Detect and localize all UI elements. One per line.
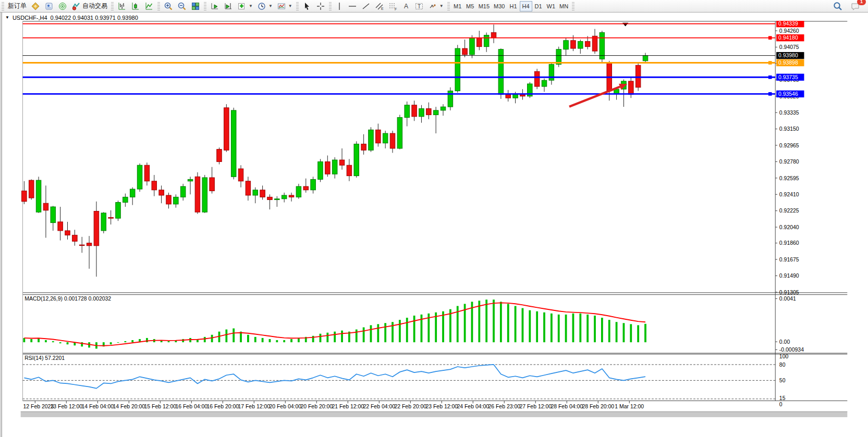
data-window-icon [44, 2, 54, 11]
zoom-in-button[interactable] [162, 1, 175, 12]
chart-ohlc-values: 0.94022 0.94031 0.93971 0.93980 [51, 15, 138, 21]
top-toolbar: 新订单 自动交易 [0, 0, 868, 13]
macd-panel[interactable]: MACD(12,26,9) 0.001728 0.0020320.00410.0… [23, 296, 804, 353]
toolbar-grip[interactable] [111, 2, 114, 10]
vertical-line-button[interactable] [333, 1, 346, 12]
new-order-label: 新订单 [8, 2, 27, 10]
hline-handle[interactable] [768, 36, 772, 40]
svg-text:0.91490: 0.91490 [779, 273, 799, 279]
timeframe-M5[interactable]: M5 [464, 1, 476, 11]
toolbar-grip[interactable] [2, 2, 4, 10]
candlestick-type-button[interactable] [129, 1, 142, 12]
timeframe-MN[interactable]: MN [557, 1, 570, 11]
svg-text:0.92225: 0.92225 [779, 208, 799, 214]
svg-text:80: 80 [779, 362, 786, 368]
tile-windows-icon [191, 2, 200, 11]
chart-shift-button[interactable] [222, 1, 235, 12]
svg-text:27 Feb 12:00: 27 Feb 12:00 [519, 404, 552, 409]
svg-text:0.0041: 0.0041 [779, 296, 796, 302]
time-axis[interactable]: 12 Feb 202313 Feb 12:0014 Feb 04:0014 Fe… [23, 401, 644, 409]
crosshair-icon [316, 2, 325, 11]
radar-signal-icon [58, 2, 67, 11]
timeframe-H4[interactable]: H4 [520, 1, 532, 11]
cursor-arrow-icon [302, 2, 312, 11]
svg-text:16 Feb 04:00: 16 Feb 04:00 [175, 404, 207, 409]
hline-handle[interactable] [768, 76, 772, 79]
chevron-down-icon: ▼ [288, 4, 292, 8]
timeframe-M30[interactable]: M30 [492, 1, 507, 11]
signals-button[interactable] [56, 1, 69, 12]
hline-handle[interactable] [768, 61, 772, 65]
text-label-button[interactable]: T [412, 1, 426, 12]
chart-title-bar[interactable]: ▼ USDCHF-,H4 0.94022 0.94031 0.93971 0.9… [5, 14, 138, 21]
trendline-button[interactable] [359, 1, 373, 12]
svg-text:14 Feb 20:00: 14 Feb 20:00 [113, 404, 145, 409]
search-button[interactable] [830, 1, 845, 12]
charts-cascade-button[interactable] [29, 1, 42, 12]
chat-notifications-button[interactable]: 1 [848, 1, 863, 12]
timeframe-M15[interactable]: M15 [476, 1, 492, 11]
toolbar-grip[interactable] [204, 2, 206, 10]
trendline-icon [361, 2, 371, 11]
horizontal-line-button[interactable] [346, 1, 359, 12]
zoom-in-icon [164, 2, 173, 11]
svg-text:A: A [404, 3, 408, 10]
equidistant-channel-button[interactable]: E [373, 1, 386, 12]
chevron-down-icon: ▼ [439, 4, 444, 8]
cursor-button[interactable] [300, 1, 314, 12]
zoom-out-button[interactable] [175, 1, 189, 12]
data-window-button[interactable] [42, 1, 56, 12]
chart-canvas[interactable]: 0.942600.940750.938900.937050.935200.933… [0, 21, 868, 437]
crosshair-button[interactable] [314, 1, 327, 12]
new-order-button[interactable]: 新订单 [6, 1, 29, 12]
timeframe-W1[interactable]: W1 [545, 1, 558, 11]
indicators-button[interactable]: ▼ [235, 1, 255, 12]
toolbar-grip[interactable] [296, 2, 299, 10]
templates-button[interactable]: ▼ [275, 1, 295, 12]
timeframe-H1[interactable]: H1 [507, 1, 520, 11]
hline-handle[interactable] [768, 92, 772, 96]
text-button[interactable]: A [400, 1, 412, 12]
timeframe-M1[interactable]: M1 [451, 1, 464, 11]
svg-text:0.93335: 0.93335 [779, 110, 799, 116]
toolbar-grip[interactable] [572, 2, 574, 10]
toolbar-grip[interactable] [447, 2, 450, 10]
svg-text:0.94075: 0.94075 [779, 44, 799, 50]
svg-text:15: 15 [779, 395, 786, 401]
fibonacci-icon: F [388, 2, 398, 11]
svg-text:0.94180: 0.94180 [778, 35, 798, 41]
price-axis[interactable]: 0.942600.940750.938900.937050.935200.933… [775, 21, 804, 295]
fibonacci-button[interactable]: F [386, 1, 400, 12]
autotrading-icon [71, 2, 81, 11]
svg-text:22 Feb 04:00: 22 Feb 04:00 [363, 404, 395, 409]
bottom-status-strip [21, 411, 848, 417]
arrows-button[interactable]: ▼ [426, 1, 446, 12]
toolbar-grip[interactable] [157, 2, 160, 10]
trend-arrow-annotation[interactable] [569, 84, 627, 107]
rsi-panel[interactable]: RSI(14) 57.22011008050150 [22, 354, 788, 407]
bar-chart-type-button[interactable] [115, 1, 129, 12]
svg-text:24 Feb 04:00: 24 Feb 04:00 [457, 404, 489, 409]
channel-icon: E [375, 2, 384, 11]
line-chart-type-button[interactable] [142, 1, 156, 12]
indicators-icon [237, 2, 247, 11]
svg-text:0.94339: 0.94339 [778, 21, 798, 27]
timeframe-D1[interactable]: D1 [532, 1, 545, 11]
chevron-down-icon: ▼ [268, 4, 273, 8]
svg-text:0.92965: 0.92965 [779, 143, 799, 148]
tile-windows-button[interactable] [189, 1, 202, 12]
svg-text:28 Feb 04:00: 28 Feb 04:00 [551, 404, 583, 409]
candlestick-icon [131, 2, 140, 11]
rsi-line [24, 365, 645, 389]
horizontal-line-objects[interactable] [22, 24, 775, 96]
toolbar-grip[interactable] [329, 2, 332, 10]
ohlc-bars-icon [117, 2, 127, 11]
collapse-triangle-icon[interactable]: ▼ [5, 15, 9, 20]
svg-text:50: 50 [779, 378, 786, 383]
periods-button[interactable]: ▼ [255, 1, 275, 12]
search-icon [833, 1, 843, 11]
auto-scroll-icon [210, 2, 219, 11]
horizontal-line-icon [348, 2, 357, 11]
autotrading-button[interactable]: 自动交易 [69, 1, 109, 12]
auto-scroll-button[interactable] [208, 1, 222, 12]
